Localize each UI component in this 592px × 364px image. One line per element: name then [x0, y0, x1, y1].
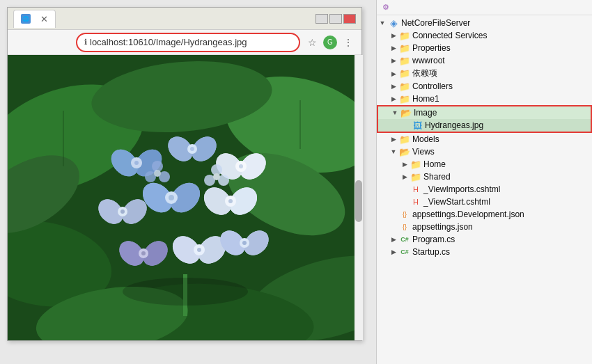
svg-point-47	[228, 199, 233, 203]
tree-item-connected[interactable]: ▶ 📁 Connected Services	[377, 29, 592, 42]
tree-icon-folder: 📁	[399, 81, 410, 92]
tree-toggle[interactable]: ▼	[388, 146, 399, 157]
window-controls	[316, 14, 356, 24]
tree-label: Controllers	[412, 81, 453, 91]
close-button[interactable]	[343, 14, 356, 24]
tree-label: 依赖项	[412, 68, 437, 79]
refresh-button[interactable]	[55, 34, 72, 51]
tree-toggle[interactable]: ▶	[388, 246, 399, 258]
tree-toggle[interactable]: ▶	[388, 81, 399, 92]
tree-icon-cs: C#	[399, 246, 410, 258]
tree-icon-json: {}	[399, 221, 410, 232]
tree-label: Startup.cs	[412, 247, 450, 257]
new-tab-button[interactable]	[59, 10, 75, 27]
svg-point-65	[242, 241, 247, 245]
tree-item-solution[interactable]: ▼ ◈ NetCoreFileServer	[377, 17, 592, 29]
tree-toggle[interactable]: ▼	[377, 17, 388, 29]
browser-toolbar: ℹ ☆ G ⋮	[8, 30, 361, 55]
browser-titlebar: 🌐 ✕	[8, 8, 361, 30]
tree-toggle[interactable]: ▶	[388, 68, 399, 79]
tree-item-appsettings[interactable]: {} appsettings.json	[377, 221, 592, 233]
hydrangea-image	[8, 55, 363, 340]
tree-item-views[interactable]: ▼ 📂 Views	[377, 145, 592, 158]
forward-button[interactable]	[34, 34, 51, 51]
tree-item-controllers[interactable]: ▶ 📁 Controllers	[377, 80, 592, 93]
svg-point-29	[239, 164, 243, 168]
svg-rect-77	[355, 180, 362, 222]
tree-toggle	[388, 221, 399, 232]
tree-label: Home	[423, 159, 446, 169]
tree-toggle	[400, 120, 412, 131]
svg-point-69	[154, 170, 161, 177]
tree-item-shared_folder[interactable]: ▶ 📁 Shared	[377, 171, 592, 183]
tree-icon-folder-open: 📂	[399, 146, 410, 157]
browser-window: 🌐 ✕ ℹ ☆ G	[7, 7, 362, 341]
svg-point-75	[123, 278, 248, 306]
user-avatar[interactable]: G	[322, 35, 338, 50]
tree-toggle[interactable]: ▶	[388, 93, 399, 104]
minimize-button[interactable]	[316, 14, 328, 24]
tree-item-viewstart[interactable]: H _ViewStart.cshtml	[377, 196, 592, 208]
address-bar-container[interactable]: ℹ	[76, 33, 300, 52]
tree-label: Properties	[412, 43, 451, 53]
tree-icon-folder: 📁	[399, 134, 410, 145]
tree-item-properties[interactable]: ▶ 📁 Properties	[377, 42, 592, 54]
solution-explorer-header: ⚙	[377, 0, 592, 15]
tree-icon-folder: 📁	[410, 159, 421, 170]
tree-toggle[interactable]: ▶	[388, 55, 399, 66]
tab-close-button[interactable]: ✕	[40, 15, 48, 24]
svg-point-35	[120, 209, 125, 214]
tree-container: ▼ ◈ NetCoreFileServer ▶ 📁 Connected Serv…	[377, 15, 592, 360]
tree-item-hydrangeas[interactable]: 🖼 Hydrangeas.jpg	[377, 119, 592, 133]
tree-item-startup[interactable]: ▶ C# Startup.cs	[377, 246, 592, 258]
tree-item-wwwroot[interactable]: ▶ 📁 wwwroot	[377, 54, 592, 67]
tree-item-program[interactable]: ▶ C# Program.cs	[377, 233, 592, 246]
tree-label: Home1	[412, 94, 439, 104]
solution-explorer: ⚙ ▼ ◈ NetCoreFileServer ▶ 📁 Connected Se…	[376, 0, 592, 364]
menu-icon[interactable]: ⋮	[341, 35, 356, 50]
tree-toggle[interactable]: ▶	[399, 171, 410, 182]
tree-icon-folder: 📁	[399, 30, 410, 41]
tree-label: Models	[412, 134, 439, 144]
tree-icon-image: 🖼	[412, 120, 423, 131]
tree-toggle	[388, 209, 399, 220]
tree-toggle[interactable]: ▶	[388, 234, 399, 245]
tree-item-home_folder[interactable]: ▶ 📁 Home	[377, 158, 592, 171]
maximize-button[interactable]	[329, 14, 342, 24]
tree-icon-html: H	[410, 196, 421, 207]
tree-label: _ViewStart.cshtml	[423, 197, 490, 207]
left-panel: 🌐 ✕ ℹ ☆ G	[0, 0, 376, 364]
tree-label: Image	[414, 108, 437, 118]
tree-icon-folder: 📁	[410, 171, 421, 182]
tree-label: appsettings.json	[412, 222, 473, 232]
tree-item-models[interactable]: ▶ 📁 Models	[377, 133, 592, 145]
tree-label: appsettings.Development.json	[412, 209, 524, 219]
tree-label: Program.cs	[412, 235, 455, 244]
tree-toggle[interactable]: ▶	[388, 30, 399, 41]
info-icon: ℹ	[84, 38, 87, 47]
tree-toggle[interactable]: ▶	[388, 42, 399, 54]
address-bar[interactable]	[90, 37, 292, 47]
tree-label: wwwroot	[412, 56, 445, 65]
svg-point-59	[197, 248, 201, 252]
tree-item-deps[interactable]: ▶ 📁 依赖项	[377, 67, 592, 80]
tree-toggle[interactable]: ▼	[389, 107, 400, 118]
tree-icon-folder: 📁	[399, 68, 410, 79]
tree-label: Connected Services	[412, 31, 487, 40]
back-button[interactable]	[13, 34, 30, 51]
tree-icon-folder-open: 📂	[400, 107, 412, 118]
tree-toggle[interactable]: ▶	[399, 159, 410, 170]
svg-point-23	[190, 147, 194, 151]
tree-label: NetCoreFileServer	[401, 18, 470, 28]
tree-item-image_folder[interactable]: ▼ 📂 Image	[377, 105, 592, 119]
avatar-icon: G	[323, 35, 337, 49]
tree-toggle[interactable]: ▶	[388, 134, 399, 145]
tree-item-home1[interactable]: ▶ 📁 Home1	[377, 93, 592, 105]
bookmark-icon[interactable]: ☆	[304, 35, 320, 50]
tree-icon-folder: 📁	[399, 93, 410, 104]
browser-tab[interactable]: 🌐 ✕	[13, 10, 56, 28]
solution-icon: ⚙	[382, 3, 389, 12]
svg-point-53	[141, 251, 146, 255]
tree-item-appsettings_dev[interactable]: {} appsettings.Development.json	[377, 208, 592, 221]
tree-item-viewimports[interactable]: H _ViewImports.cshtml	[377, 183, 592, 196]
